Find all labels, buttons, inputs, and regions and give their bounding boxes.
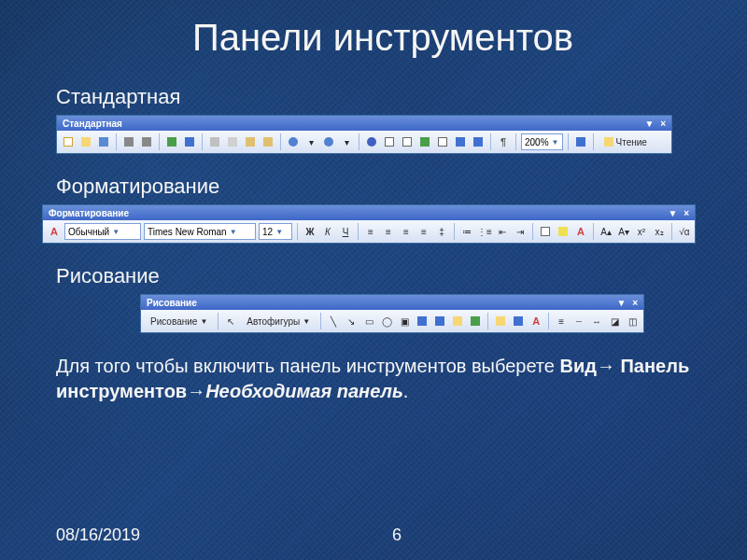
research-icon[interactable] bbox=[182, 134, 197, 149]
toolbar-standard: Стандартная ▼ × bbox=[56, 115, 672, 154]
autoshapes-button[interactable]: Автофигуры ▼ bbox=[241, 313, 316, 329]
dropdown-icon[interactable]: ▼ bbox=[616, 298, 626, 308]
separator bbox=[280, 133, 281, 150]
highlight-icon[interactable] bbox=[556, 224, 571, 239]
section-label-formatting: Форматирование bbox=[56, 175, 710, 199]
separator bbox=[159, 133, 160, 150]
insert-table-icon[interactable] bbox=[400, 134, 415, 149]
undo-icon[interactable] bbox=[286, 134, 301, 149]
reading-label: Чтение bbox=[616, 137, 647, 147]
drawing-menu-button[interactable]: Рисование ▼ bbox=[145, 313, 213, 329]
instr-prefix: Для того чтобы включить панель инструмен… bbox=[56, 356, 559, 376]
line-spacing-icon[interactable]: ‡ bbox=[434, 224, 449, 239]
font-color-icon[interactable]: A bbox=[573, 224, 588, 239]
chevron-down-icon: ▼ bbox=[112, 228, 120, 236]
line-icon[interactable]: ╲ bbox=[326, 314, 341, 329]
print-icon[interactable] bbox=[121, 134, 136, 149]
reading-layout-button[interactable]: Чтение bbox=[599, 133, 653, 150]
italic-button[interactable]: К bbox=[320, 224, 335, 239]
insert-picture-icon[interactable] bbox=[468, 314, 483, 329]
separator bbox=[593, 223, 594, 240]
separator bbox=[515, 133, 516, 150]
align-center-icon[interactable]: ≡ bbox=[381, 224, 396, 239]
3d-icon[interactable]: ◫ bbox=[625, 314, 640, 329]
instr-italic-1: Необходимая панель bbox=[205, 381, 403, 401]
shrink-font-icon[interactable]: A▾ bbox=[616, 224, 631, 239]
fill-color-icon[interactable] bbox=[493, 314, 508, 329]
diagram-icon[interactable] bbox=[432, 314, 447, 329]
toolbar-titlebar[interactable]: Стандартная ▼ × bbox=[57, 116, 671, 131]
save-icon[interactable] bbox=[96, 134, 111, 149]
shadow-icon[interactable]: ◪ bbox=[607, 314, 622, 329]
clipart-icon[interactable] bbox=[450, 314, 465, 329]
open-icon[interactable] bbox=[78, 134, 93, 149]
wordart-icon[interactable] bbox=[415, 314, 430, 329]
close-icon[interactable]: × bbox=[632, 298, 638, 308]
rectangle-icon[interactable]: ▭ bbox=[361, 314, 376, 329]
redo-dropdown-icon[interactable]: ▾ bbox=[339, 134, 354, 149]
chevron-down-icon: ▼ bbox=[552, 138, 559, 147]
hyperlink-icon[interactable] bbox=[364, 134, 379, 149]
show-formatting-icon[interactable]: ¶ bbox=[496, 134, 511, 149]
autoshapes-label: Автофигуры bbox=[247, 316, 300, 327]
zoom-combo[interactable]: 200% ▼ bbox=[521, 133, 563, 150]
tables-borders-icon[interactable] bbox=[382, 134, 397, 149]
copy-icon[interactable] bbox=[225, 134, 240, 149]
close-icon[interactable]: × bbox=[660, 119, 666, 129]
close-icon[interactable]: × bbox=[684, 208, 689, 218]
font-combo[interactable]: Times New Roman ▼ bbox=[144, 223, 256, 240]
borders-icon[interactable] bbox=[538, 224, 553, 239]
textbox-icon[interactable]: ▣ bbox=[397, 314, 412, 329]
toolbar-titlebar[interactable]: Рисование ▼ × bbox=[141, 295, 643, 310]
oval-icon[interactable]: ◯ bbox=[379, 314, 394, 329]
undo-dropdown-icon[interactable]: ▾ bbox=[303, 134, 318, 149]
align-justify-icon[interactable]: ≡ bbox=[416, 224, 431, 239]
format-painter-icon[interactable] bbox=[261, 134, 275, 149]
align-right-icon[interactable]: ≡ bbox=[399, 224, 414, 239]
equation-icon[interactable]: √α bbox=[677, 224, 692, 239]
dash-style-icon[interactable]: ┄ bbox=[571, 314, 586, 329]
arrow-style-icon[interactable]: ↔ bbox=[589, 314, 604, 329]
dropdown-icon[interactable]: ▼ bbox=[644, 119, 654, 129]
size-value: 12 bbox=[262, 227, 273, 237]
numbered-list-icon[interactable]: ≔ bbox=[459, 224, 474, 239]
zoom-value: 200% bbox=[525, 137, 549, 147]
font-color-icon[interactable]: A bbox=[529, 314, 543, 329]
style-value: Обычный bbox=[68, 227, 109, 237]
drawing-toolbar-icon[interactable] bbox=[453, 134, 468, 149]
columns-icon[interactable] bbox=[435, 134, 450, 149]
subscript-icon[interactable]: x₂ bbox=[652, 224, 667, 239]
align-left-icon[interactable]: ≡ bbox=[363, 224, 378, 239]
new-doc-icon[interactable] bbox=[61, 134, 76, 149]
dropdown-icon[interactable]: ▼ bbox=[668, 208, 677, 218]
instr-period: . bbox=[403, 381, 409, 401]
select-objects-icon[interactable]: ↖ bbox=[223, 314, 238, 329]
excel-icon[interactable] bbox=[417, 134, 432, 149]
styles-pane-icon[interactable]: A bbox=[47, 224, 62, 239]
help-icon[interactable] bbox=[573, 134, 588, 149]
footer-date: 08/16/2019 bbox=[56, 525, 140, 545]
line-style-icon[interactable]: ≡ bbox=[554, 314, 569, 329]
line-color-icon[interactable] bbox=[511, 314, 526, 329]
chevron-down-icon: ▼ bbox=[303, 317, 310, 326]
paste-icon[interactable] bbox=[243, 134, 258, 149]
underline-button[interactable]: Ч bbox=[338, 224, 353, 239]
cut-icon[interactable] bbox=[207, 134, 222, 149]
bold-button[interactable]: Ж bbox=[303, 224, 317, 239]
redo-icon[interactable] bbox=[321, 134, 336, 149]
print-preview-icon[interactable] bbox=[139, 134, 154, 149]
increase-indent-icon[interactable]: ⇥ bbox=[513, 224, 528, 239]
doc-map-icon[interactable] bbox=[471, 134, 486, 149]
style-combo[interactable]: Обычный ▼ bbox=[64, 223, 141, 240]
separator bbox=[218, 313, 218, 329]
decrease-indent-icon[interactable]: ⇤ bbox=[495, 224, 510, 239]
toolbar-titlebar[interactable]: Форматирование ▼ × bbox=[43, 205, 695, 220]
superscript-icon[interactable]: x² bbox=[634, 224, 649, 239]
spellcheck-icon[interactable] bbox=[164, 134, 179, 149]
bulleted-list-icon[interactable]: ⋮≡ bbox=[477, 224, 492, 239]
section-label-standard: Стандартная bbox=[56, 85, 710, 109]
size-combo[interactable]: 12 ▼ bbox=[259, 223, 292, 240]
arrow-icon[interactable]: ↘ bbox=[344, 314, 359, 329]
chevron-down-icon: ▼ bbox=[200, 317, 207, 326]
grow-font-icon[interactable]: A▴ bbox=[599, 224, 613, 239]
